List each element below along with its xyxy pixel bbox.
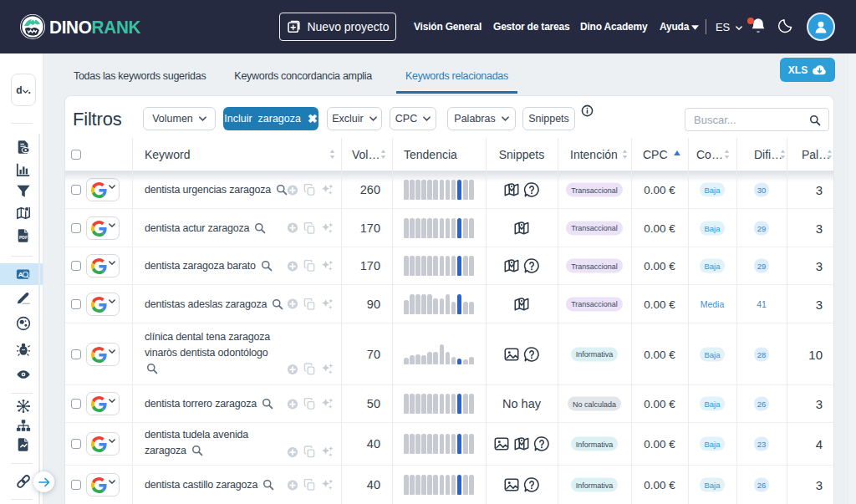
- svg-text:PDF: PDF: [19, 236, 28, 240]
